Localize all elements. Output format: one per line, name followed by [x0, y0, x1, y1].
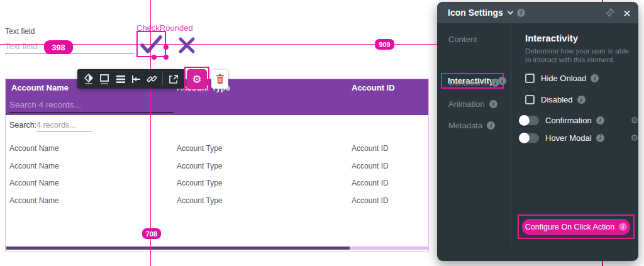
fill-bucket-icon	[84, 74, 94, 84]
info-icon: i	[517, 9, 525, 17]
cell-account-type: Account Type	[177, 179, 223, 187]
cell-account-name: Account Name	[9, 196, 59, 205]
hover-modal-toggle[interactable]	[520, 133, 539, 143]
tab-label: Content	[448, 35, 477, 44]
fill-color-button[interactable]	[81, 71, 97, 87]
tab-conditions[interactable]: Conditions i	[448, 78, 499, 87]
icon-settings-panel: Icon Settings i × Content Interactivity …	[437, 2, 638, 261]
column-header: Account ID	[352, 83, 395, 92]
horizontal-scrollbar[interactable]	[6, 247, 428, 250]
info-icon: i	[596, 134, 604, 142]
info-icon: i	[619, 223, 627, 231]
info-icon: i	[577, 96, 586, 104]
cell-account-type: Account Type	[177, 196, 223, 205]
ui-builder-canvas: Text field Text field 398 909 708 CheckR…	[0, 0, 644, 266]
section-description: Determine how your user is able to inter…	[525, 47, 635, 64]
check-rounded-icon[interactable]	[140, 35, 164, 55]
hover-modal-row: Hover Modal i ⚙	[520, 133, 638, 143]
info-icon: i	[491, 79, 499, 87]
tab-label: Conditions	[448, 78, 487, 87]
checkbox-label: Hide Onload	[541, 74, 586, 83]
gear-icon: ⚙	[192, 74, 201, 85]
search-input[interactable]: 4 records...	[36, 121, 92, 132]
info-icon: i	[596, 116, 604, 125]
cell-account-name: Account Name	[9, 179, 59, 187]
tab-content[interactable]: Content	[448, 35, 477, 44]
table-row: Account Name Account Type Account ID	[6, 179, 428, 196]
resize-handle-bottom[interactable]	[152, 55, 157, 60]
chevron-down-icon	[507, 9, 513, 15]
hide-onload-row: Hide Onload i	[525, 74, 599, 83]
scrollbar-thumb[interactable]	[6, 247, 350, 250]
cell-account-id: Account ID	[352, 179, 389, 187]
toolbar-divider	[162, 73, 163, 86]
spacing-icon	[131, 75, 142, 84]
column-header: Account Name	[11, 83, 69, 92]
table-row: Account Name Account Type Account ID	[6, 162, 428, 179]
cell-account-id: Account ID	[352, 196, 389, 205]
trash-icon	[216, 74, 225, 84]
row-height-button[interactable]	[113, 71, 128, 87]
delete-button[interactable]	[211, 70, 228, 89]
toggle-label: Confirmation	[545, 116, 592, 125]
resize-handle-right[interactable]	[164, 45, 169, 50]
tab-animation[interactable]: Animation i	[448, 99, 497, 109]
cell-account-name: Account Name	[9, 144, 59, 153]
info-icon: i	[489, 100, 497, 108]
cell-account-type: Account Type	[177, 162, 223, 170]
confirmation-toggle[interactable]	[520, 116, 539, 125]
panel-tabs: Content Interactivity i Conditions i Ani…	[437, 23, 511, 247]
hide-onload-checkbox[interactable]	[525, 74, 535, 83]
pin-icon	[606, 8, 614, 17]
panel-title-dropdown[interactable]: Icon Settings	[448, 8, 503, 18]
cell-account-id: Account ID	[352, 144, 389, 153]
search-label: Search:	[9, 121, 36, 130]
measurement-badge-right: 909	[375, 39, 394, 50]
measurement-badge-left: 398	[44, 40, 73, 54]
checkbox-label: Disabled	[541, 95, 573, 104]
data-table: Account Name Account Type Account ID Sea…	[5, 79, 429, 252]
configure-on-click-action-button[interactable]: Configure On Click Action i	[522, 219, 630, 235]
button-label: Configure On Click Action	[525, 223, 614, 231]
external-link-button[interactable]	[165, 71, 181, 87]
tab-metadata[interactable]: Metadata i	[448, 121, 495, 130]
cell-account-id: Account ID	[352, 162, 389, 170]
info-icon: i	[487, 121, 495, 130]
disabled-checkbox[interactable]	[525, 95, 535, 104]
panel-header: Icon Settings i ×	[437, 2, 638, 23]
measurement-badge-bottom: 708	[142, 228, 161, 239]
resize-handle-corner[interactable]	[164, 55, 169, 60]
section-title: Interactivity	[525, 33, 578, 43]
info-icon: i	[591, 74, 599, 82]
external-link-icon	[169, 74, 179, 84]
settings-button[interactable]: ⚙	[187, 69, 207, 89]
element-toolbar	[77, 69, 185, 89]
toggle-label: Hover Modal	[545, 133, 592, 143]
link-button[interactable]	[144, 71, 160, 87]
pin-button[interactable]	[606, 8, 614, 17]
confirmation-settings-gear-icon[interactable]: ⚙	[630, 115, 638, 125]
spacing-button[interactable]	[128, 71, 144, 87]
border-button[interactable]	[97, 71, 113, 87]
text-field-label: Text field	[5, 27, 35, 36]
close-icon[interactable]: ×	[623, 6, 631, 19]
table-row: Account Name Account Type Account ID	[6, 196, 428, 213]
link-icon	[147, 74, 157, 84]
cell-account-name: Account Name	[9, 162, 59, 170]
close-rounded-icon[interactable]	[177, 36, 196, 55]
disabled-row: Disabled i	[525, 95, 586, 104]
rows-icon	[116, 75, 126, 84]
table-header-search-input[interactable]: Search 4 records...	[9, 100, 173, 113]
cell-account-type: Account Type	[177, 144, 223, 153]
table-row: Account Name Account Type Account ID	[6, 144, 428, 161]
configure-button-highlight: Configure On Click Action i	[518, 214, 635, 239]
hover-modal-settings-gear-icon[interactable]: ⚙	[630, 133, 638, 143]
tab-label: Animation	[448, 99, 485, 109]
border-square-icon	[99, 74, 110, 84]
confirmation-row: Confirmation i ⚙	[520, 115, 638, 125]
tab-label: Metadata	[448, 121, 482, 130]
